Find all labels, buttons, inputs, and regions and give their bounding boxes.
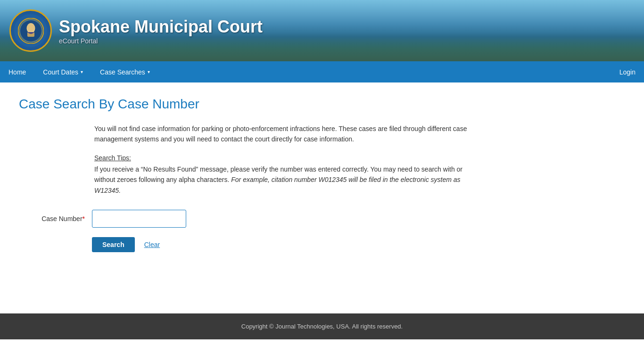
nav-home[interactable]: Home <box>0 61 34 82</box>
case-searches-chevron-icon: ▾ <box>148 69 150 74</box>
nav-login[interactable]: Login <box>619 68 636 76</box>
header: Spokane Municipal Court eCourt Portal <box>0 0 644 61</box>
navbar: Home Court Dates ▾ Case Searches ▾ Login <box>0 61 644 82</box>
case-number-label-text: Case Number <box>41 215 82 222</box>
search-tips-label: Search Tips: <box>94 154 471 162</box>
navbar-right: Login <box>611 61 644 82</box>
header-subtitle: eCourt Portal <box>59 37 263 45</box>
nav-court-dates-label: Court Dates <box>43 68 78 76</box>
case-number-row: Case Number* <box>19 210 625 228</box>
required-asterisk: * <box>83 215 85 222</box>
search-form-section: Case Number* Search Clear <box>19 210 625 252</box>
court-seal-logo <box>9 9 52 52</box>
seal-svg <box>18 18 44 44</box>
page-title: Case Search By Case Number <box>19 97 625 112</box>
main-content: Case Search By Case Number You will not … <box>0 82 644 313</box>
nav-case-searches[interactable]: Case Searches ▾ <box>91 61 158 82</box>
nav-home-label: Home <box>8 68 26 76</box>
header-text-block: Spokane Municipal Court eCourt Portal <box>59 16 263 44</box>
button-row: Search Clear <box>92 237 625 252</box>
court-dates-chevron-icon: ▾ <box>81 69 83 74</box>
search-button-label: Search <box>102 241 124 248</box>
search-button[interactable]: Search <box>92 237 135 252</box>
nav-court-dates[interactable]: Court Dates ▾ <box>34 61 91 82</box>
svg-point-3 <box>27 24 34 31</box>
info-box: You will not find case information for p… <box>94 123 471 196</box>
nav-login-label: Login <box>619 68 636 76</box>
nav-case-searches-label: Case Searches <box>100 68 145 76</box>
search-tips-text: If you receive a “No Results Found” mess… <box>94 164 471 196</box>
footer: Copyright © Journal Technologies, USA. A… <box>0 313 644 339</box>
case-number-input[interactable] <box>92 210 186 228</box>
clear-button[interactable]: Clear <box>140 237 165 252</box>
footer-copyright: Copyright © Journal Technologies, USA. A… <box>241 323 403 330</box>
case-number-label: Case Number* <box>19 215 85 222</box>
header-title: Spokane Municipal Court <box>59 16 263 37</box>
clear-button-label: Clear <box>144 241 160 248</box>
navbar-left: Home Court Dates ▾ Case Searches ▾ <box>0 61 611 82</box>
info-paragraph: You will not find case information for p… <box>94 123 471 145</box>
